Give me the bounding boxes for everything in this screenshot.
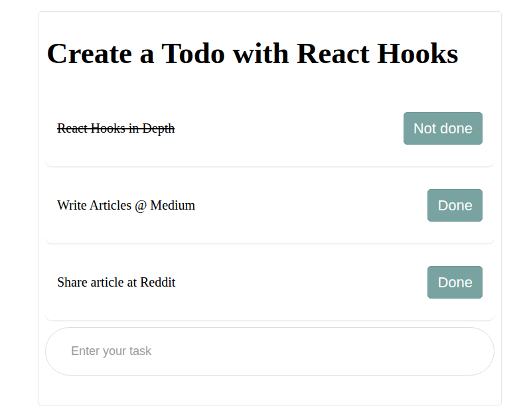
todo-text: React Hooks in Depth <box>57 121 175 136</box>
todo-item: React Hooks in Depth Not done <box>45 90 494 167</box>
todo-app-card: Create a Todo with React Hooks React Hoo… <box>38 11 502 405</box>
page: { "title": "Create a Todo with React Hoo… <box>0 0 531 420</box>
todo-toggle-button[interactable]: Done <box>427 189 483 222</box>
page-title: Create a Todo with React Hooks <box>46 37 494 70</box>
todo-text: Write Articles @ Medium <box>57 198 195 213</box>
todo-toggle-button[interactable]: Done <box>427 266 483 299</box>
todo-toggle-button[interactable]: Not done <box>404 112 483 145</box>
new-task-input-wrapper <box>45 321 494 395</box>
todo-list: React Hooks in Depth Not done Write Arti… <box>45 90 494 321</box>
todo-text: Share article at Reddit <box>57 275 175 290</box>
todo-item: Write Articles @ Medium Done <box>45 167 494 244</box>
todo-item: Share article at Reddit Done <box>45 244 494 321</box>
new-task-input[interactable] <box>45 327 494 376</box>
